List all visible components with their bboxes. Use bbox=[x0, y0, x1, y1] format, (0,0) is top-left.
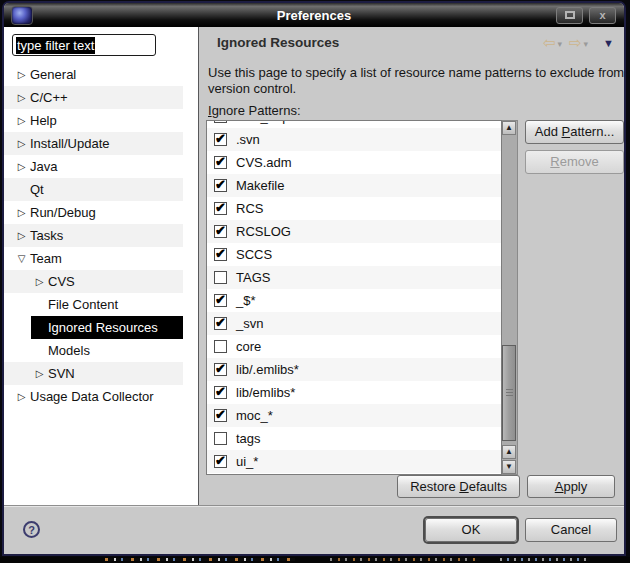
pattern-checkbox[interactable] bbox=[214, 271, 227, 284]
forward-icon[interactable]: ⇨ bbox=[569, 35, 582, 50]
tree-item-label: SVN bbox=[48, 366, 75, 381]
pattern-checkbox[interactable]: ✔ bbox=[214, 386, 227, 399]
pattern-checkbox[interactable]: ✔ bbox=[214, 202, 227, 215]
tree-item-label: Team bbox=[30, 251, 62, 266]
scroll-up-bottom-icon[interactable]: ▲ bbox=[502, 445, 516, 459]
tree-expander-icon[interactable]: ▷ bbox=[13, 115, 30, 126]
check-icon: ✔ bbox=[215, 453, 226, 468]
tree-item-install-update[interactable]: ▷Install/Update bbox=[4, 132, 183, 155]
pattern-checkbox[interactable]: ✔ bbox=[214, 248, 227, 261]
pattern-checkbox[interactable]: ✔ bbox=[214, 179, 227, 192]
pattern-checkbox[interactable] bbox=[214, 340, 227, 353]
pattern-row-makefile[interactable]: ✔ Makefile bbox=[207, 174, 501, 197]
check-icon: ✔ bbox=[215, 315, 226, 330]
tree-item-label: Help bbox=[30, 113, 57, 128]
tree-item-help[interactable]: ▷Help bbox=[4, 109, 183, 132]
ok-button[interactable]: OK bbox=[425, 518, 517, 542]
ignore-patterns-label: Ignore Patterns: bbox=[208, 103, 624, 118]
pattern-checkbox[interactable]: ✔ bbox=[214, 133, 227, 146]
pattern-row-lib-emlibs[interactable]: ✔ lib/emlibs* bbox=[207, 381, 501, 404]
tree-expander-icon[interactable]: ▷ bbox=[13, 207, 30, 218]
scroll-up-icon[interactable]: ▲ bbox=[502, 121, 516, 135]
tree-item-tasks[interactable]: ▷Tasks bbox=[4, 224, 183, 247]
pattern-label: moc_* bbox=[236, 408, 273, 423]
preferences-tree: ▷General ▷C/C++ ▷Help ▷Install/Update ▷J… bbox=[4, 63, 198, 408]
check-icon: ✔ bbox=[215, 246, 226, 261]
tree-item-team[interactable]: ▽Team bbox=[4, 247, 183, 270]
pattern-row-ui[interactable]: ✔ ui_* bbox=[207, 450, 501, 473]
pattern-checkbox[interactable]: ✔ bbox=[214, 225, 227, 238]
list-scrollbar[interactable]: ▲ ▲ ▼ bbox=[502, 120, 518, 475]
pattern-checkbox[interactable]: ✔ bbox=[214, 120, 227, 123]
view-menu-icon[interactable]: ▼ bbox=[603, 37, 614, 49]
tree-item-label: Ignored Resources bbox=[48, 320, 158, 335]
pattern-row-lib-emlibs[interactable]: ✔ lib/.emlibs* bbox=[207, 358, 501, 381]
remove-button[interactable]: Remove bbox=[525, 150, 624, 174]
pattern-checkbox[interactable] bbox=[214, 432, 227, 445]
pattern-checkbox[interactable]: ✔ bbox=[214, 294, 227, 307]
tree-item-general[interactable]: ▷General bbox=[4, 63, 183, 86]
filter-input[interactable]: type filter text bbox=[12, 34, 156, 56]
back-menu-icon[interactable]: ▾ bbox=[557, 39, 562, 49]
restore-defaults-button[interactable]: Restore Defaults bbox=[397, 475, 520, 498]
tree-expander-icon[interactable]: ▷ bbox=[31, 276, 48, 287]
tree-expander-icon[interactable]: ▷ bbox=[13, 230, 30, 241]
ignore-patterns-list[interactable]: ✔ moc_depfile ✔ .svn ✔ CVS.adm ✔ Makefil… bbox=[206, 120, 502, 475]
back-icon[interactable]: ⇦ bbox=[543, 35, 556, 50]
pattern-checkbox[interactable]: ✔ bbox=[214, 455, 227, 468]
pattern-row-rcs[interactable]: ✔ RCS bbox=[207, 197, 501, 220]
tree-expander-icon[interactable]: ▷ bbox=[13, 92, 30, 103]
filter-input-value: type filter text bbox=[16, 37, 95, 54]
tree-item-file-content[interactable]: File Content bbox=[4, 293, 183, 316]
close-button[interactable]: x bbox=[589, 7, 616, 24]
tree-expander-icon[interactable]: ▷ bbox=[13, 138, 30, 149]
pattern-row-sccs[interactable]: ✔ SCCS bbox=[207, 243, 501, 266]
scrollbar-thumb[interactable] bbox=[502, 345, 516, 441]
add-pattern-button[interactable]: Add Pattern... bbox=[525, 120, 624, 144]
pattern-row-svn[interactable]: ✔ _svn bbox=[207, 312, 501, 335]
tree-item-models[interactable]: Models bbox=[4, 339, 183, 362]
tree-item-cvs[interactable]: ▷CVS bbox=[4, 270, 183, 293]
panel-header: Ignored Resources ⇦ ▾ ⇨ ▾ ▼ bbox=[199, 27, 624, 57]
pattern-row-moc-depfile[interactable]: ✔ moc_depfile bbox=[207, 120, 501, 128]
pattern-row-cvs-adm[interactable]: ✔ CVS.adm bbox=[207, 151, 501, 174]
tree-item-label: Run/Debug bbox=[30, 205, 96, 220]
tree-item-qt[interactable]: Qt bbox=[4, 178, 183, 201]
tree-item-c-c[interactable]: ▷C/C++ bbox=[4, 86, 183, 109]
scroll-down-icon[interactable]: ▼ bbox=[502, 460, 516, 474]
pattern-row-core[interactable]: core bbox=[207, 335, 501, 358]
tree-item-usage-data-collector[interactable]: ▷Usage Data Collector bbox=[4, 385, 183, 408]
check-icon: ✔ bbox=[215, 154, 226, 169]
pattern-checkbox[interactable]: ✔ bbox=[214, 156, 227, 169]
title-bar[interactable]: Preferences x bbox=[4, 3, 624, 27]
dialog-footer: ? OK Cancel bbox=[4, 505, 624, 553]
ignored-resources-panel: Ignored Resources ⇦ ▾ ⇨ ▾ ▼ Use this pag… bbox=[199, 27, 624, 505]
pattern-row-moc[interactable]: ✔ moc_* bbox=[207, 404, 501, 427]
pattern-row-tags[interactable]: TAGS bbox=[207, 266, 501, 289]
tree-item-ignored-resources[interactable]: Ignored Resources bbox=[4, 316, 183, 339]
pattern-checkbox[interactable]: ✔ bbox=[214, 409, 227, 422]
tree-item-java[interactable]: ▷Java bbox=[4, 155, 183, 178]
pattern-checkbox[interactable]: ✔ bbox=[214, 363, 227, 376]
tree-expander-icon[interactable]: ▽ bbox=[13, 253, 30, 264]
tree-expander-icon[interactable]: ▷ bbox=[13, 69, 30, 80]
background-text-noise bbox=[330, 558, 480, 561]
forward-menu-icon[interactable]: ▾ bbox=[584, 39, 589, 49]
tree-item-svn[interactable]: ▷SVN bbox=[4, 362, 183, 385]
tree-expander-icon[interactable]: ▷ bbox=[13, 391, 30, 402]
apply-button[interactable]: Apply bbox=[527, 475, 615, 498]
close-icon: x bbox=[599, 10, 605, 21]
pattern-row-tags[interactable]: tags bbox=[207, 427, 501, 450]
pattern-checkbox[interactable]: ✔ bbox=[214, 317, 227, 330]
tree-expander-icon[interactable]: ▷ bbox=[31, 368, 48, 379]
help-icon[interactable]: ? bbox=[23, 521, 40, 538]
cancel-button[interactable]: Cancel bbox=[525, 518, 617, 542]
pattern-row-[interactable]: ✔ _$* bbox=[207, 289, 501, 312]
pattern-row-svn[interactable]: ✔ .svn bbox=[207, 128, 501, 151]
tree-item-run-debug[interactable]: ▷Run/Debug bbox=[4, 201, 183, 224]
maximize-button[interactable] bbox=[556, 7, 583, 24]
desktop-background bbox=[0, 557, 630, 563]
background-text-noise bbox=[105, 558, 295, 561]
pattern-row-rcslog[interactable]: ✔ RCSLOG bbox=[207, 220, 501, 243]
tree-expander-icon[interactable]: ▷ bbox=[13, 161, 30, 172]
